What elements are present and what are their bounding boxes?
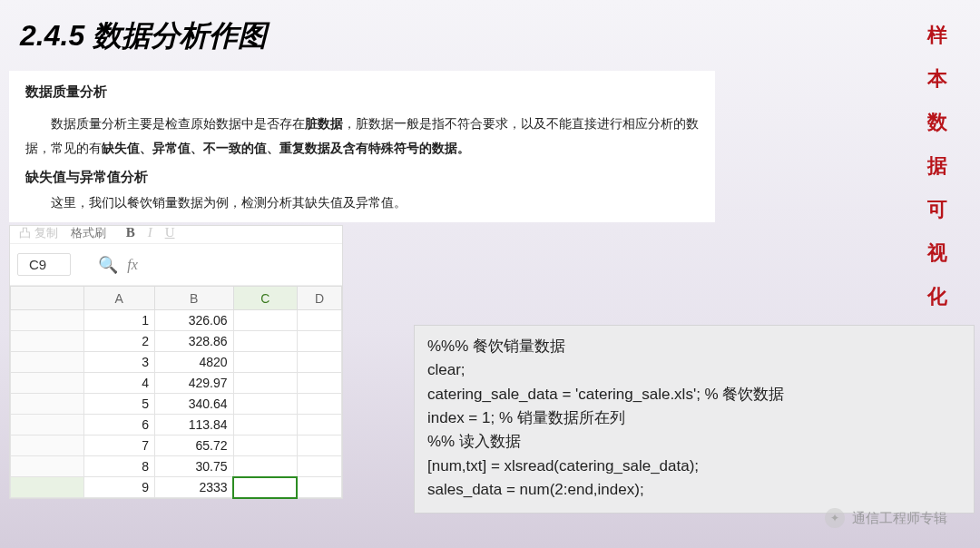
col-header-b[interactable]: B [154, 287, 233, 310]
watermark: ✦ 通信工程师专辑 [825, 508, 947, 528]
row-header[interactable] [11, 310, 84, 331]
v-char: 可 [927, 196, 947, 223]
bold-dirty-data: 脏数据 [305, 116, 343, 131]
cell-c[interactable] [233, 310, 297, 331]
cell-b[interactable]: 429.97 [154, 373, 233, 394]
paragraph-quality: 数据质量分析主要是检查原始数据中是否存在脏数据，脏数据一般是指不符合要求，以及不… [25, 112, 699, 160]
cell-name-box[interactable]: C9 [17, 253, 71, 276]
vertical-subtitle: 样 本 数 据 可 视 化 [927, 22, 947, 310]
row-header[interactable] [11, 435, 84, 456]
code-panel: %%% 餐饮销量数据 clear; catering_sale_data = '… [414, 325, 975, 514]
cell-a[interactable]: 7 [83, 435, 154, 456]
cell-b[interactable]: 65.72 [154, 435, 233, 456]
row-header[interactable] [11, 331, 84, 352]
cell-c[interactable] [233, 435, 297, 456]
wechat-icon: ✦ [825, 508, 845, 528]
cell-d[interactable] [297, 456, 341, 477]
v-char: 据 [927, 152, 947, 180]
cell-b[interactable]: 328.86 [154, 331, 233, 352]
cell-c[interactable] [233, 394, 297, 415]
watermark-text: 通信工程师专辑 [852, 510, 947, 527]
code-line: sales_data = num(2:end,index); [427, 478, 961, 502]
cell-c[interactable] [233, 331, 297, 352]
fx-label[interactable]: fx [127, 257, 138, 273]
cell-b[interactable]: 30.75 [154, 456, 233, 477]
bold-issues-list: 缺失值、异常值、不一致的值、重复数据及含有特殊符号的数据。 [102, 141, 470, 155]
cell-b[interactable]: 113.84 [154, 415, 233, 435]
toolbar-italic[interactable]: I [148, 226, 152, 240]
spreadsheet-toolbar: 凸 复制 格式刷 B I U [10, 226, 342, 244]
row-header[interactable] [11, 456, 84, 477]
subheading-quality: 数据质量分析 [25, 83, 699, 101]
cell-c[interactable] [233, 373, 297, 394]
spreadsheet-panel: 凸 复制 格式刷 B I U C9 🔍 fx A B C D 1326.0623… [9, 225, 343, 499]
v-char: 数 [927, 109, 947, 136]
row-header[interactable] [11, 415, 84, 435]
cell-b[interactable]: 4820 [154, 352, 233, 373]
code-line: catering_sale_data = 'catering_sale.xls'… [427, 383, 961, 406]
cell-c[interactable] [233, 415, 297, 435]
code-line: index = 1; % 销量数据所在列 [427, 406, 961, 430]
row-header[interactable] [11, 394, 84, 415]
cell-d[interactable] [297, 310, 341, 331]
page-title: 2.4.5 数据分析作图 [20, 16, 267, 56]
txt: 数据质量分析主要是检查原始数据中是否存在 [51, 116, 305, 131]
cell-a[interactable]: 6 [83, 415, 154, 435]
cell-b[interactable]: 340.64 [154, 394, 233, 415]
cell-a[interactable]: 8 [83, 456, 154, 477]
cell-c[interactable] [233, 456, 297, 477]
cell-d[interactable] [297, 352, 341, 373]
col-header-c[interactable]: C [233, 287, 297, 310]
cell-a[interactable]: 4 [83, 373, 154, 394]
code-line: %% 读入数据 [427, 430, 961, 454]
formula-bar: C9 🔍 fx [10, 244, 342, 286]
v-char: 化 [927, 283, 947, 310]
col-header-d[interactable]: D [297, 287, 341, 310]
row-header[interactable] [11, 373, 84, 394]
cell-d[interactable] [297, 331, 341, 352]
toolbar-format-painter[interactable]: 格式刷 [71, 226, 106, 241]
subheading-missing: 缺失值与异常值分析 [25, 169, 699, 186]
toolbar-underline[interactable]: U [165, 226, 175, 240]
spreadsheet-grid[interactable]: A B C D 1326.062328.86348204429.975340.6… [10, 286, 342, 498]
cell-a[interactable]: 9 [83, 477, 154, 498]
cell-d[interactable] [297, 415, 341, 435]
cell-c[interactable] [233, 477, 297, 498]
cell-d[interactable] [297, 373, 341, 394]
label: 复制 [34, 226, 58, 240]
cell-a[interactable]: 1 [83, 310, 154, 331]
cell-b[interactable]: 2333 [154, 477, 233, 498]
row-header[interactable] [11, 477, 84, 498]
v-char: 样 [927, 22, 947, 49]
v-char: 视 [927, 240, 947, 267]
row-header[interactable] [11, 352, 84, 373]
toolbar-bold[interactable]: B [126, 226, 135, 240]
code-line: %%% 餐饮销量数据 [427, 335, 961, 358]
cell-a[interactable]: 2 [83, 331, 154, 352]
cell-d[interactable] [297, 394, 341, 415]
cell-a[interactable]: 5 [83, 394, 154, 415]
col-header-a[interactable]: A [83, 287, 154, 310]
toolbar-copy[interactable]: 凸 复制 [19, 226, 58, 241]
cell-d[interactable] [297, 477, 341, 498]
code-line: clear; [427, 358, 961, 382]
zoom-icon[interactable]: 🔍 [98, 255, 118, 275]
paragraph-missing: 这里，我们以餐饮销量数据为例，检测分析其缺失值及异常值。 [25, 195, 699, 211]
text-panel: 数据质量分析 数据质量分析主要是检查原始数据中是否存在脏数据，脏数据一般是指不符… [9, 71, 715, 222]
cell-b[interactable]: 326.06 [154, 310, 233, 331]
cell-d[interactable] [297, 435, 341, 456]
select-all-corner[interactable] [11, 287, 84, 310]
code-line: [num,txt] = xlsread(catering_sale_data); [427, 455, 961, 478]
v-char: 本 [927, 65, 947, 93]
cell-a[interactable]: 3 [83, 352, 154, 373]
cell-c[interactable] [233, 352, 297, 373]
